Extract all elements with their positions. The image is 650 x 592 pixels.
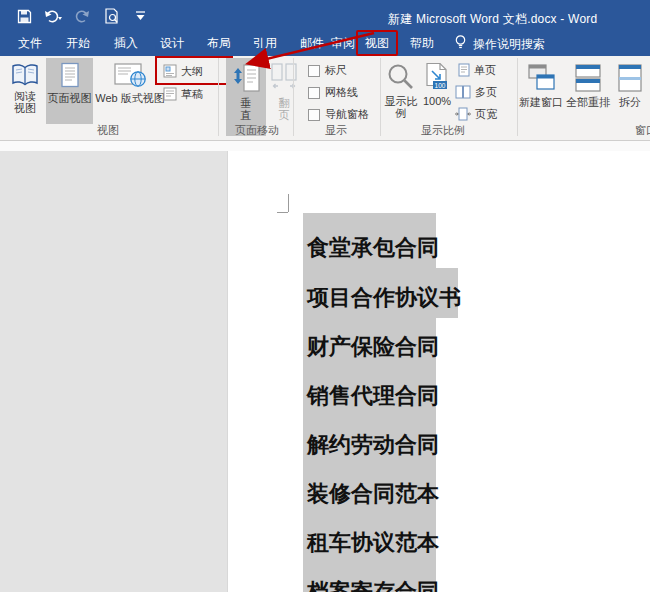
doc-line[interactable]: 财产保险合同 [307,332,439,362]
doc-line[interactable]: 租车协议范本 [307,528,439,558]
multiple-pages-label: 多页 [475,85,497,100]
print-layout-label: 页面视图 [48,92,92,104]
document-page[interactable] [227,151,650,592]
page-movement-group-label: 页面移动 [235,123,279,138]
read-mode-icon [11,63,39,87]
navigation-pane-checkbox[interactable]: 导航窗格 [308,107,369,122]
tab-design[interactable]: 设计 [160,33,184,53]
print-layout-icon [59,62,81,89]
zoom-group-label: 显示比例 [421,123,465,138]
word-window: 新建 Microsoft Word 文档.docx - Word 文件 开始 插… [0,0,650,592]
web-layout-label: Web 版式视图 [95,92,164,104]
side-to-side-label: 翻页 [277,97,291,121]
multiple-pages-icon [455,85,471,99]
doc-line[interactable]: 档案寄存合同 [307,577,439,592]
tell-me-search[interactable]: 操作说明搜索 [455,35,545,53]
svg-text:100: 100 [435,82,446,89]
view-tab-highlight-box [356,30,398,56]
new-window-icon [525,63,557,93]
tab-mailings[interactable]: 邮件 [300,33,324,53]
ribbon-bottom-band [0,141,650,151]
outline-highlight-box [155,56,233,85]
one-page-icon [458,63,470,77]
read-mode-button[interactable]: 阅读视图 [4,59,46,123]
group-separator [218,58,219,136]
redo-icon[interactable] [72,6,92,26]
web-layout-icon [113,62,147,89]
arrange-all-button[interactable]: 全部重排 [565,59,611,123]
multiple-pages-button[interactable]: 多页 [455,84,497,100]
vertical-label: 垂直 [239,97,253,121]
page-width-button[interactable]: 页宽 [455,106,497,122]
new-window-button[interactable]: 新建窗口 [518,59,564,123]
new-window-label: 新建窗口 [519,96,563,108]
ribbon-view-tab: 阅读视图 页面视图 Web 版式视图 大纲 草稿 视图 垂直 翻页 [0,56,650,141]
checkbox-icon [308,87,320,99]
draft-view-button[interactable]: 草稿 [163,85,203,103]
tab-review[interactable]: 审阅 [331,33,355,53]
window-group-label: 窗口 [635,123,650,138]
save-icon[interactable] [14,6,34,26]
zoom-100-icon: 100 [423,62,451,92]
split-button[interactable]: 拆分 [612,59,648,123]
doc-line[interactable]: 食堂承包合同 [307,233,439,263]
gridlines-checkbox[interactable]: 网格线 [308,85,358,100]
tab-insert[interactable]: 插入 [114,33,138,53]
tab-file[interactable]: 文件 [18,33,42,53]
zoom-100-button[interactable]: 100 100% [418,58,456,124]
checkbox-icon [308,65,320,77]
tab-home[interactable]: 开始 [66,33,90,53]
doc-line[interactable]: 装修合同范本 [307,479,439,509]
margin-crop-mark [277,212,288,213]
draft-view-label: 草稿 [181,87,203,102]
vertical-icon [231,62,261,94]
one-page-button[interactable]: 单页 [458,62,496,78]
page-width-label: 页宽 [475,107,497,122]
window-title: 新建 Microsoft Word 文档.docx - Word [388,11,597,28]
zoom-100-label: 100% [423,95,451,107]
margin-crop-mark [288,194,289,212]
ruler-checkbox[interactable]: 标尺 [308,63,347,78]
undo-icon[interactable] [43,6,63,26]
navigation-pane-label: 导航窗格 [325,107,369,122]
customize-qat-icon[interactable] [130,6,150,26]
arrange-all-label: 全部重排 [566,96,610,108]
one-page-label: 单页 [474,63,496,78]
zoom-magnifier-icon [386,62,416,92]
split-label: 拆分 [619,96,641,108]
doc-line[interactable]: 销售代理合同 [307,381,439,411]
read-mode-label: 阅读视图 [12,90,38,114]
zoom-label: 显示比例 [380,95,422,119]
gridlines-label: 网格线 [325,85,358,100]
zoom-button[interactable]: 显示比例 [380,58,422,124]
page-width-icon [455,107,471,121]
views-group-label: 视图 [97,123,119,138]
print-preview-icon[interactable] [101,6,121,26]
checkbox-icon [308,109,320,121]
doc-line[interactable]: 项目合作协议书 [307,283,461,313]
group-separator [293,58,294,136]
show-group-label: 显示 [325,123,347,138]
arrange-all-icon [574,63,602,93]
ruler-label: 标尺 [325,63,347,78]
quick-access-toolbar [14,5,150,27]
tab-layout[interactable]: 布局 [207,33,231,53]
tab-help[interactable]: 帮助 [410,33,434,53]
lightbulb-icon [455,35,466,53]
tab-references[interactable]: 引用 [253,33,277,53]
print-layout-button[interactable]: 页面视图 [46,58,93,124]
draft-view-icon [163,87,177,101]
doc-line[interactable]: 解约劳动合同 [307,430,439,460]
title-bar: 新建 Microsoft Word 文档.docx - Word 文件 开始 插… [0,0,650,56]
split-icon [617,63,643,93]
tell-me-label: 操作说明搜索 [473,36,545,53]
